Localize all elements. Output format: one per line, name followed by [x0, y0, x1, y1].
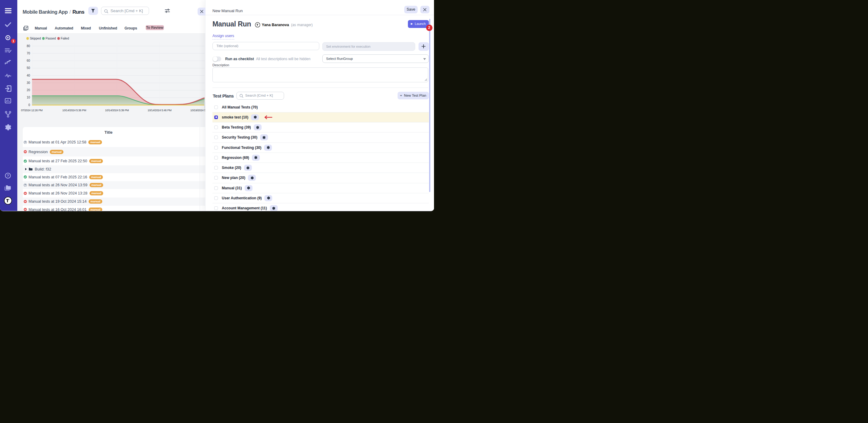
svg-text:1: 1 [12, 39, 14, 43]
svg-text:?: ? [7, 174, 9, 177]
